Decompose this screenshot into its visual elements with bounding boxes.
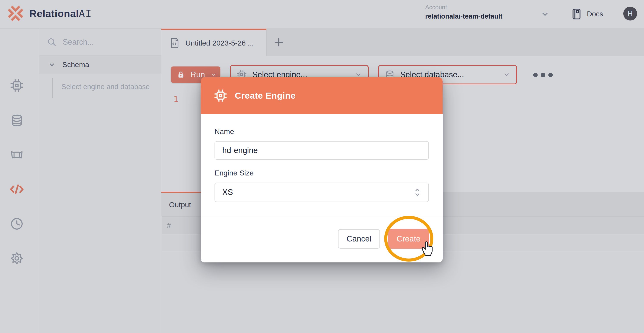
- editor-tabbar: Untitled 2023-5-26 ...: [161, 29, 644, 56]
- database-icon: [10, 114, 24, 127]
- sidebar-item-editor[interactable]: [10, 182, 24, 196]
- models-icon: [10, 148, 24, 162]
- chip-icon: [10, 79, 24, 92]
- search-icon: [47, 37, 57, 47]
- docs-button[interactable]: Docs: [571, 8, 603, 20]
- clock-icon: [10, 217, 24, 230]
- schema-section-header[interactable]: Schema: [40, 56, 161, 74]
- modal-header: Create Engine: [201, 77, 443, 114]
- editor-line-number: 1: [172, 94, 180, 104]
- tab-untitled-notebook[interactable]: Untitled 2023-5-26 ...: [161, 29, 266, 56]
- cancel-button[interactable]: Cancel: [338, 229, 380, 249]
- file-code-icon: [170, 37, 180, 49]
- brand: RelationalAI: [6, 4, 92, 23]
- brand-text: RelationalAI: [29, 8, 92, 20]
- engine-name-input[interactable]: [214, 141, 429, 160]
- code-icon: [10, 184, 24, 195]
- schema-empty-hint: Select engine and database: [62, 83, 150, 91]
- search-row: [40, 29, 161, 56]
- modal-title: Create Engine: [235, 91, 296, 101]
- schema-panel: Schema Select engine and database: [40, 29, 161, 333]
- row-number-column-header: #: [162, 216, 189, 234]
- create-engine-modal: Create Engine Name Engine Size XS Cancel…: [201, 77, 443, 262]
- new-tab-button[interactable]: [272, 36, 286, 49]
- avatar-initial: H: [628, 10, 632, 18]
- engine-size-value: XS: [222, 188, 414, 197]
- account-name: relationalai-team-default: [425, 13, 542, 20]
- sidebar-rail: ⌘: [0, 29, 39, 333]
- chevron-down-icon: [503, 71, 510, 78]
- sidebar-item-databases[interactable]: [10, 114, 24, 127]
- topbar: RelationalAI Account relationalai-team-d…: [0, 0, 644, 29]
- gear-icon: [10, 252, 24, 265]
- output-tab-label: Output: [169, 200, 191, 209]
- name-field-label: Name: [214, 127, 234, 136]
- account-switcher[interactable]: Account relationalai-team-default: [425, 4, 542, 20]
- indent-guide: [52, 78, 52, 98]
- more-options-button[interactable]: [531, 69, 555, 81]
- chip-icon: [214, 89, 227, 102]
- brand-light: AI: [79, 8, 92, 20]
- chevron-down-icon: [48, 61, 56, 68]
- relationalai-logo-icon: [6, 4, 26, 23]
- lock-icon: [177, 71, 185, 79]
- ellipsis-icon: [533, 73, 538, 77]
- engine-size-label: Engine Size: [214, 169, 254, 177]
- sidebar-item-settings[interactable]: [10, 251, 24, 265]
- schema-empty-state: Select engine and database: [40, 74, 161, 113]
- chevron-down-icon[interactable]: [541, 10, 549, 19]
- docs-book-icon: [571, 8, 582, 20]
- avatar[interactable]: H: [623, 7, 637, 21]
- brand-bold: Relational: [29, 8, 79, 19]
- sidebar-item-history[interactable]: [10, 217, 24, 231]
- updown-chevrons-icon: [414, 187, 421, 197]
- sidebar-item-engines[interactable]: [10, 79, 24, 92]
- engine-size-select[interactable]: XS: [214, 183, 429, 202]
- create-button[interactable]: Create: [388, 229, 429, 249]
- tab-label: Untitled 2023-5-26 ...: [186, 39, 254, 47]
- chevron-down-icon: [211, 72, 217, 78]
- schema-section-label: Schema: [62, 61, 89, 69]
- sidebar-item-models[interactable]: [10, 148, 24, 162]
- search-input[interactable]: [63, 38, 149, 47]
- docs-label: Docs: [587, 10, 603, 18]
- modal-footer-divider: [201, 217, 443, 217]
- account-label: Account: [425, 4, 542, 11]
- relationalai-console: RelationalAI Account relationalai-team-d…: [0, 0, 644, 333]
